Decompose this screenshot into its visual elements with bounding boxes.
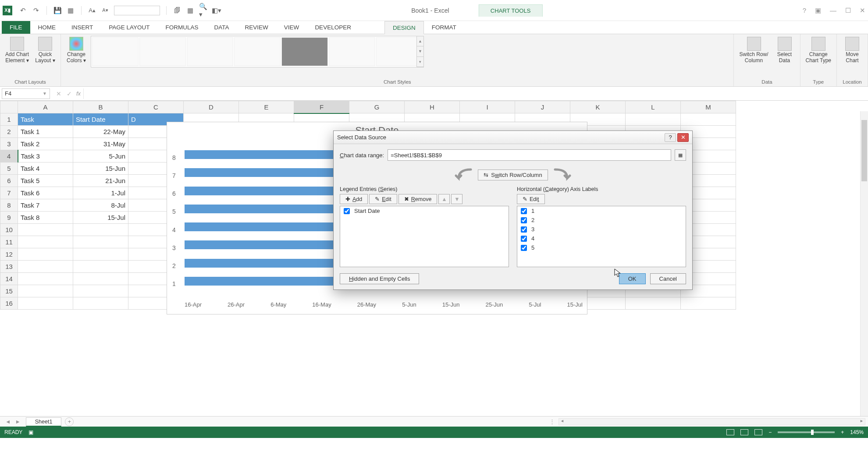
series-list[interactable]: Start Date (340, 206, 509, 267)
save-button[interactable]: 💾 (53, 6, 62, 15)
qat-button-2[interactable]: ▦ (186, 6, 195, 15)
enter-formula-button[interactable]: ✓ (67, 90, 72, 97)
column-header-A[interactable]: A (18, 101, 73, 113)
sheet-nav-next[interactable]: ► (15, 419, 20, 425)
change-chart-type-button[interactable]: Change Chart Type (804, 36, 833, 65)
axis-label-checkbox[interactable] (521, 245, 527, 251)
column-header-G[interactable]: G (349, 101, 405, 113)
gallery-scroll[interactable]: ▲▼▾ (416, 36, 423, 67)
close-button[interactable]: ✕ (860, 7, 865, 14)
column-header-C[interactable]: C (128, 101, 184, 113)
row-header-4[interactable]: 4 (0, 150, 18, 162)
new-button[interactable]: ▦ (66, 6, 75, 15)
cell-B12[interactable] (73, 248, 128, 261)
zoom-slider[interactable] (778, 431, 835, 433)
column-header-K[interactable]: K (570, 101, 626, 113)
cell-B1[interactable]: Start Date (73, 113, 128, 126)
column-header-I[interactable]: I (460, 101, 515, 113)
tab-file[interactable]: FILE (2, 21, 30, 34)
quick-layout-button[interactable]: Quick Layout ▾ (33, 36, 57, 65)
cell-B6[interactable]: 21-Jun (73, 175, 128, 187)
cell-A11[interactable] (18, 236, 73, 248)
row-header-16[interactable]: 16 (0, 297, 18, 310)
cell-A3[interactable]: Task 2 (18, 138, 73, 150)
view-normal-button[interactable] (726, 429, 734, 435)
chart-data-range-input[interactable]: =Sheet1!$B$1:$B$9 (388, 149, 671, 161)
cell-A1[interactable]: Task (18, 113, 73, 126)
cell-B8[interactable]: 8-Jul (73, 199, 128, 212)
row-header-15[interactable]: 15 (0, 285, 18, 297)
print-preview-button[interactable]: 🔍▾ (199, 6, 208, 15)
axis-label-item[interactable]: 5 (517, 243, 686, 252)
switch-row-column-button[interactable]: Switch Row/ Column (737, 36, 770, 65)
add-chart-element-button[interactable]: Add Chart Element ▾ (4, 36, 31, 65)
axis-label-item[interactable]: 1 (517, 206, 686, 215)
cell-A2[interactable]: Task 1 (18, 126, 73, 138)
chart-styles-gallery[interactable]: ▲▼▾ (91, 36, 424, 67)
cell-A16[interactable] (18, 297, 73, 310)
cell-B9[interactable]: 15-Jul (73, 212, 128, 224)
cell-L1[interactable] (626, 113, 681, 126)
cancel-button[interactable]: Cancel (650, 273, 686, 284)
column-header-D[interactable]: D (184, 101, 239, 113)
cell-M1[interactable] (681, 113, 736, 126)
axis-label-item[interactable]: 2 (517, 215, 686, 225)
horizontal-scrollbar[interactable] (559, 418, 865, 425)
cell-B2[interactable]: 22-May (73, 126, 128, 138)
row-header-6[interactable]: 6 (0, 175, 18, 187)
qat-button-1[interactable]: 🗐 (173, 6, 181, 15)
axis-labels-list[interactable]: 12345 (517, 206, 686, 267)
tab-formulas[interactable]: FORMULAS (158, 21, 206, 34)
help-button[interactable]: ? (803, 7, 806, 14)
cell-A8[interactable]: Task 7 (18, 199, 73, 212)
sheet-nav-prev[interactable]: ◄ (5, 419, 11, 425)
cell-B14[interactable] (73, 273, 128, 285)
tab-home[interactable]: HOME (30, 21, 64, 34)
move-down-button[interactable]: ▼ (451, 194, 462, 204)
cell-A5[interactable]: Task 4 (18, 162, 73, 175)
zoom-level[interactable]: 145% (850, 429, 864, 435)
cell-A7[interactable]: Task 6 (18, 187, 73, 199)
cell-B4[interactable]: 5-Jun (73, 150, 128, 162)
row-header-11[interactable]: 11 (0, 236, 18, 248)
row-header-14[interactable]: 14 (0, 273, 18, 285)
remove-series-button[interactable]: ✖Remove (398, 194, 438, 204)
tab-design[interactable]: DESIGN (384, 21, 424, 34)
column-header-L[interactable]: L (626, 101, 681, 113)
cell-A6[interactable]: Task 5 (18, 175, 73, 187)
tab-review[interactable]: REVIEW (237, 21, 276, 34)
view-page-break-button[interactable] (754, 429, 762, 435)
row-header-1[interactable]: 1 (0, 113, 18, 126)
cell-B11[interactable] (73, 236, 128, 248)
tab-page-layout[interactable]: PAGE LAYOUT (101, 21, 157, 34)
zoom-in-button[interactable]: + (841, 429, 844, 435)
column-header-H[interactable]: H (405, 101, 460, 113)
macro-record-icon[interactable]: ▣ (28, 429, 33, 435)
column-header-M[interactable]: M (681, 101, 736, 113)
cell-A12[interactable] (18, 248, 73, 261)
series-checkbox[interactable] (344, 208, 350, 214)
axis-label-item[interactable]: 4 (517, 234, 686, 243)
vertical-scrollbar[interactable] (860, 111, 868, 416)
collapse-dialog-button[interactable]: ▦ (675, 149, 686, 161)
row-header-8[interactable]: 8 (0, 199, 18, 212)
dialog-help-button[interactable]: ? (665, 133, 676, 142)
column-header-B[interactable]: B (73, 101, 128, 113)
cell-L16[interactable] (626, 297, 681, 310)
tab-data[interactable]: DATA (206, 21, 237, 34)
cell-B13[interactable] (73, 261, 128, 273)
view-page-layout-button[interactable] (740, 429, 748, 435)
redo-button[interactable]: ↷ (32, 6, 40, 15)
column-header-E[interactable]: E (239, 101, 294, 113)
axis-label-checkbox[interactable] (521, 208, 527, 214)
cell-B10[interactable] (73, 224, 128, 236)
font-shrink-button[interactable]: A▾ (101, 6, 110, 15)
edit-axis-labels-button[interactable]: ✎Edit (517, 194, 545, 204)
column-header-J[interactable]: J (515, 101, 570, 113)
row-header-10[interactable]: 10 (0, 224, 18, 236)
row-header-9[interactable]: 9 (0, 212, 18, 224)
axis-label-checkbox[interactable] (521, 217, 527, 223)
row-header-2[interactable]: 2 (0, 126, 18, 138)
font-selector[interactable] (114, 6, 160, 15)
series-item[interactable]: Start Date (340, 206, 509, 215)
